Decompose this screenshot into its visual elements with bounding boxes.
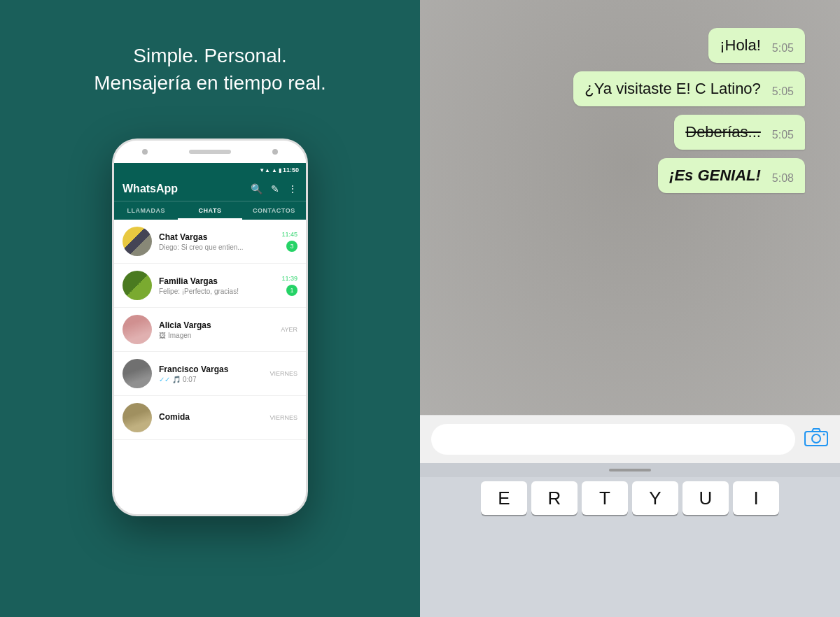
- audio-icon: 🎵: [172, 376, 181, 383]
- signal-icon: ▼▲: [259, 167, 270, 173]
- message-text-hola: ¡Hola!: [720, 36, 761, 55]
- avatar-alicia-vargas: [122, 315, 152, 344]
- key-i[interactable]: I: [733, 481, 779, 515]
- status-time: 11:50: [283, 166, 299, 173]
- search-icon[interactable]: 🔍: [251, 183, 262, 194]
- svg-point-1: [812, 434, 820, 443]
- wa-header-icons: 🔍 ✎ ⋮: [251, 183, 298, 194]
- key-t[interactable]: T: [582, 481, 628, 515]
- chat-time-familia-vargas: 11:39: [281, 275, 298, 282]
- message-time-genial: 5:08: [772, 172, 794, 185]
- chat-time-comida: VIERNES: [270, 414, 298, 421]
- message-time-hola: 5:05: [772, 42, 794, 55]
- chat-name-alicia-vargas: Alicia Vargas: [159, 320, 274, 330]
- phone-camera-right: [272, 149, 278, 155]
- messages-area: ¡Hola! 5:05 ¿Ya visitaste E! C Latino? 5…: [420, 0, 840, 415]
- compose-icon[interactable]: ✎: [271, 183, 279, 194]
- phone-speaker: [189, 150, 231, 154]
- chat-list: Chat Vargas Diego: Si creo que entien...…: [114, 220, 306, 514]
- right-panel: ¡Hola! 5:05 ¿Ya visitaste E! C Latino? 5…: [420, 0, 840, 617]
- message-time-visitaste: 5:05: [772, 85, 794, 98]
- chat-info-familia-vargas: Familia Vargas Felipe: ¡Perfecto, gracia…: [159, 276, 274, 295]
- status-icons: ▼▲ ▲ ▮ 11:50: [259, 166, 299, 173]
- status-bar: ▼▲ ▲ ▮ 11:50: [114, 163, 306, 177]
- chat-info-francisco-vargas: Francisco Vargas ✓✓ 🎵 0:07: [159, 364, 262, 383]
- chat-name-chat-vargas: Chat Vargas: [159, 232, 274, 242]
- chat-meta-familia-vargas: 11:39 1: [281, 275, 298, 296]
- wa-header: WhatsApp 🔍 ✎ ⋮: [114, 177, 306, 201]
- chat-time-francisco-vargas: VIERNES: [270, 370, 298, 377]
- keyboard-area: E R T Y U I: [420, 463, 840, 617]
- chat-badge-familia-vargas: 1: [286, 285, 298, 296]
- chat-info-chat-vargas: Chat Vargas Diego: Si creo que entien...: [159, 232, 274, 251]
- chat-item-familia-vargas[interactable]: Familia Vargas Felipe: ¡Perfecto, gracia…: [114, 264, 306, 308]
- chat-item-francisco-vargas[interactable]: Francisco Vargas ✓✓ 🎵 0:07 VIERNES: [114, 352, 306, 396]
- chat-item-alicia-vargas[interactable]: Alicia Vargas 🖼 Imagen AYER: [114, 308, 306, 352]
- key-r[interactable]: R: [531, 481, 578, 515]
- image-icon: 🖼: [159, 332, 166, 339]
- messages-content: ¡Hola! 5:05 ¿Ya visitaste E! C Latino? 5…: [441, 14, 819, 207]
- camera-icon: [804, 426, 829, 448]
- message-text-visitaste: ¿Ya visitaste E! C Latino?: [584, 80, 761, 98]
- camera-button[interactable]: [804, 426, 829, 453]
- message-deberias: Deberías... 5:05: [674, 115, 805, 150]
- keyboard-handle: [609, 469, 651, 471]
- tagline: Simple. Personal. Mensajería en tiempo r…: [94, 42, 326, 97]
- tab-chats[interactable]: CHATS: [178, 201, 241, 220]
- avatar-comida: [122, 403, 152, 432]
- key-y[interactable]: Y: [632, 481, 678, 515]
- message-hola: ¡Hola! 5:05: [708, 28, 805, 63]
- chat-item-comida[interactable]: Comida VIERNES: [114, 396, 306, 440]
- menu-icon[interactable]: ⋮: [288, 183, 298, 194]
- left-panel: Simple. Personal. Mensajería en tiempo r…: [0, 0, 420, 617]
- checkmarks-icon: ✓✓: [159, 376, 170, 383]
- message-visitaste: ¿Ya visitaste E! C Latino? 5:05: [573, 71, 805, 106]
- keyboard-top-bar: [420, 463, 840, 477]
- key-e[interactable]: E: [481, 481, 527, 515]
- chat-badge-chat-vargas: 3: [286, 241, 298, 252]
- chat-name-comida: Comida: [159, 412, 262, 422]
- battery-icon: ▮: [279, 167, 281, 173]
- tab-contactos[interactable]: CONTACTOS: [242, 201, 306, 220]
- avatar-francisco-vargas: [122, 359, 152, 388]
- chat-preview-chat-vargas: Diego: Si creo que entien...: [159, 243, 274, 251]
- message-text-deberias: Deberías...: [685, 123, 761, 141]
- chat-time-alicia-vargas: AYER: [281, 326, 298, 333]
- wifi-icon: ▲: [272, 167, 277, 173]
- avatar-chat-vargas: [122, 227, 152, 256]
- tab-llamadas[interactable]: LLAMADAS: [114, 201, 178, 220]
- chat-preview-familia-vargas: Felipe: ¡Perfecto, gracias!: [159, 288, 274, 295]
- chat-name-familia-vargas: Familia Vargas: [159, 276, 274, 286]
- svg-point-2: [823, 433, 825, 435]
- keyboard-row: E R T Y U I: [420, 477, 840, 515]
- chat-item-chat-vargas[interactable]: Chat Vargas Diego: Si creo que entien...…: [114, 220, 306, 264]
- chat-info-comida: Comida: [159, 412, 262, 423]
- message-time-deberias: 5:05: [772, 129, 794, 141]
- wa-tabs: LLAMADAS CHATS CONTACTOS: [114, 201, 306, 220]
- chat-preview-alicia-vargas: 🖼 Imagen: [159, 332, 274, 339]
- avatar-familia-vargas: [122, 271, 152, 300]
- wa-app-title: WhatsApp: [122, 183, 178, 195]
- chat-preview-francisco-vargas: ✓✓ 🎵 0:07: [159, 376, 262, 383]
- chat-time-chat-vargas: 11:45: [281, 231, 298, 238]
- chat-name-francisco-vargas: Francisco Vargas: [159, 364, 262, 374]
- message-text-genial: ¡Es GENIAL!: [669, 166, 761, 185]
- chat-meta-comida: VIERNES: [270, 414, 298, 421]
- message-input[interactable]: [431, 424, 795, 455]
- chat-meta-chat-vargas: 11:45 3: [281, 231, 298, 252]
- phone-mockup: ▼▲ ▲ ▮ 11:50 WhatsApp 🔍 ✎ ⋮ LLAMADAS CHA…: [112, 139, 308, 516]
- input-area: [420, 415, 840, 463]
- phone-camera-left: [142, 149, 148, 155]
- chat-meta-alicia-vargas: AYER: [281, 326, 298, 333]
- chat-meta-francisco-vargas: VIERNES: [270, 370, 298, 377]
- chat-info-alicia-vargas: Alicia Vargas 🖼 Imagen: [159, 320, 274, 339]
- key-u[interactable]: U: [682, 481, 729, 515]
- phone-top-bar: [114, 141, 306, 163]
- phone-outer: ▼▲ ▲ ▮ 11:50 WhatsApp 🔍 ✎ ⋮ LLAMADAS CHA…: [112, 139, 308, 516]
- message-genial: ¡Es GENIAL! 5:08: [658, 158, 805, 193]
